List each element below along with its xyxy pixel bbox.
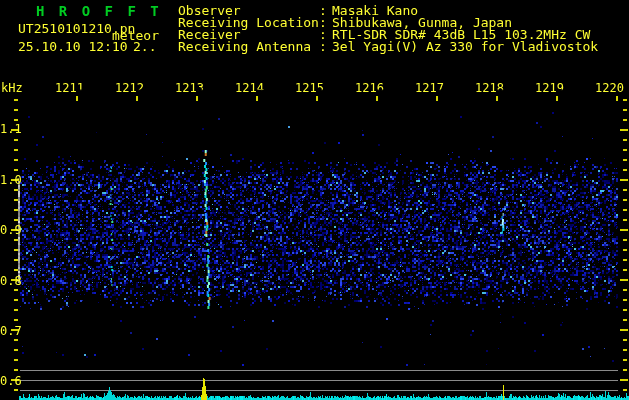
time-label: 1212 [115,82,144,94]
time-label: 1215 [295,82,324,94]
time-label: 1220 [595,82,624,94]
time-label: 1211 [55,82,84,94]
time-label: 1218 [475,82,504,94]
freq-label: 0.7 [0,325,22,337]
time-label: 1219 [535,82,564,94]
freq-label: 0.8 [0,275,22,287]
info-row-antenna: Receiving Antenna:3el Yagi(V) Az 330 for… [178,40,598,52]
freq-label: 1.1 [0,123,22,135]
station-info: Observer:Masaki Kano Receiving Location:… [178,4,598,52]
app-title: H R O F F T [36,4,162,18]
freq-label: 0.6 [0,375,22,387]
freq-label: 0.9 [0,224,22,236]
time-label: 1217 [415,82,444,94]
antenna-value: 3el Yagi(V) Az 330 for Vladivostok [332,40,598,52]
time-label: 1214 [235,82,264,94]
separator: : [319,40,332,52]
timestamp: 25.10.10 12:10 [18,40,128,53]
freq-axis-unit: kHz [1,82,23,94]
echo-counter: 2.. [133,40,156,53]
time-label: 1213 [175,82,204,94]
freq-label: 1.0 [0,174,22,186]
spectrogram-canvas [0,0,629,400]
antenna-label: Receiving Antenna [178,40,319,52]
time-label: 1216 [355,82,384,94]
